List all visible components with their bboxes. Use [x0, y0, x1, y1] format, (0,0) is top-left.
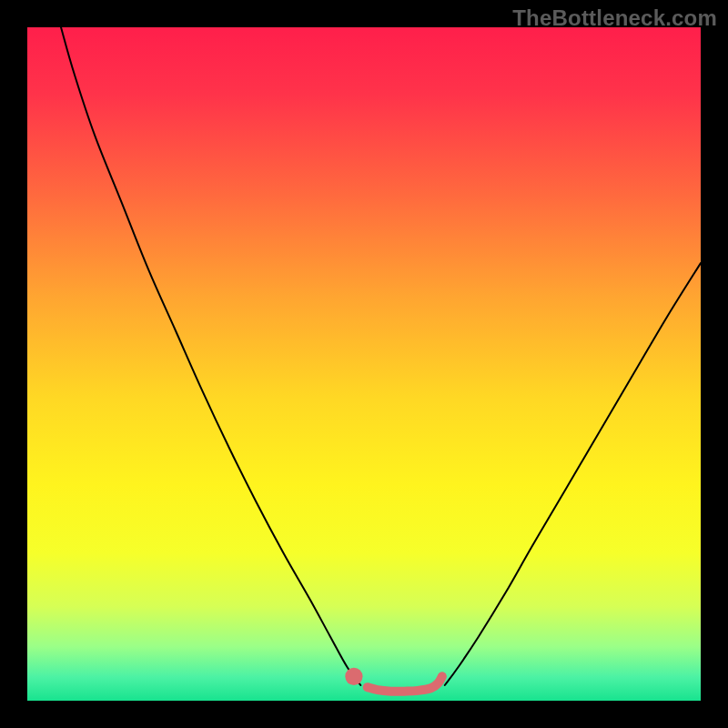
chart-plot-area [27, 27, 701, 701]
marker-dot-left [345, 668, 362, 685]
chart-svg [27, 27, 701, 701]
chart-frame: TheBottleneck.com [0, 0, 728, 728]
chart-background [27, 27, 701, 701]
